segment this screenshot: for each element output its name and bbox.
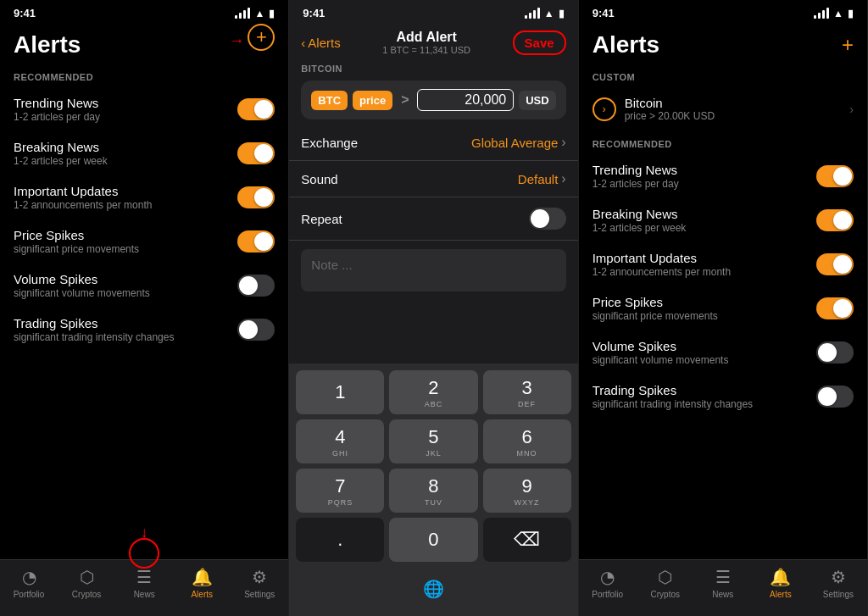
cond-value[interactable]: 20,000 xyxy=(417,89,514,111)
add-button-right[interactable]: + xyxy=(842,33,854,57)
signal-right xyxy=(814,8,829,19)
key-3[interactable]: 3 DEF xyxy=(483,370,571,414)
key-7[interactable]: 7 PQRS xyxy=(296,469,384,513)
repeat-toggle[interactable] xyxy=(529,208,566,230)
add-arrow-left: → xyxy=(229,32,244,50)
key-1[interactable]: 1 xyxy=(296,370,384,414)
list-item-trading-right: Trading Spikes significant trading inten… xyxy=(579,375,867,419)
alerts-icon-left: 🔔 xyxy=(192,567,213,587)
toggle-trending-right[interactable] xyxy=(816,165,854,187)
keyboard-row-1: 1 2 ABC 3 DEF xyxy=(296,370,570,414)
list-item-important-right: Important Updates 1-2 announcements per … xyxy=(579,242,867,286)
toggle-price-left[interactable] xyxy=(237,230,275,253)
status-icons-mid: ▲ ▮ xyxy=(525,8,565,19)
key-5[interactable]: 5 JKL xyxy=(389,419,477,463)
keyboard-row-2: 4 GHI 5 JKL 6 MNO xyxy=(296,419,570,463)
settings-icon-left: ⚙ xyxy=(252,567,267,587)
toggle-important-right[interactable] xyxy=(816,253,854,275)
tab-settings-right[interactable]: ⚙ Settings xyxy=(810,567,867,599)
key-2[interactable]: 2 ABC xyxy=(389,370,477,414)
cond-field: price xyxy=(353,91,392,110)
list-item-volume-right: Volume Spikes significant volume movemen… xyxy=(579,330,867,375)
key-4[interactable]: 4 GHI xyxy=(296,419,384,463)
sound-chevron-icon: › xyxy=(561,171,565,186)
tab-news-left[interactable]: ☰ News xyxy=(115,567,173,599)
tab-portfolio-left[interactable]: ◔ Portfolio xyxy=(0,567,58,599)
list-item-volume-left: Volume Spikes significant volume movemen… xyxy=(0,264,288,308)
alerts-icon-right: 🔔 xyxy=(770,567,791,587)
key-6[interactable]: 6 MNO xyxy=(483,419,571,463)
status-bar-mid: 9:41 ▲ ▮ xyxy=(289,0,577,23)
keyboard-row-4: . 0 ⌫ xyxy=(296,518,570,562)
cryptos-icon-right: ⬡ xyxy=(658,567,672,587)
repeat-label: Repeat xyxy=(301,212,342,226)
save-button-mid[interactable]: Save xyxy=(513,31,566,55)
exchange-label: Exchange xyxy=(301,136,358,150)
toggle-price-right[interactable] xyxy=(816,297,854,319)
tab-alerts-right[interactable]: 🔔 Alerts xyxy=(752,567,810,599)
toggle-breaking-left[interactable] xyxy=(237,142,275,164)
tab-portfolio-right[interactable]: ◔ Portfolio xyxy=(579,567,637,599)
list-item-important-left: Important Updates 1-2 announcements per … xyxy=(0,175,288,219)
keyboard: 1 2 ABC 3 DEF 4 GHI 5 JKL 6 MNO xyxy=(289,363,577,616)
tab-news-right[interactable]: ☰ News xyxy=(694,567,752,599)
sound-value: Default xyxy=(518,172,559,186)
cond-op: > xyxy=(398,92,412,108)
repeat-row: Repeat xyxy=(289,197,577,241)
nav-bar-mid: ‹ Alerts Add Alert 1 BTC = 11,341 USD Sa… xyxy=(289,23,577,58)
list-item-trending-right: Trending News 1-2 articles per day xyxy=(579,154,867,198)
section-custom-right: CUSTOM xyxy=(579,64,867,87)
signal-mid xyxy=(525,8,540,19)
toggle-volume-left[interactable] xyxy=(237,275,275,297)
tab-settings-left[interactable]: ⚙ Settings xyxy=(231,567,288,599)
back-chevron-mid: ‹ xyxy=(301,36,305,50)
toggle-trading-right[interactable] xyxy=(816,386,854,408)
wifi-right: ▲ xyxy=(833,8,843,19)
toggle-trending-left[interactable] xyxy=(237,98,275,120)
page-title-left: Alerts xyxy=(0,23,288,64)
key-0[interactable]: 0 xyxy=(389,518,477,562)
condition-row: BTC price > 20,000 USD xyxy=(301,80,565,119)
bitcoin-sub: price > 20.00K USD xyxy=(625,110,715,122)
toggle-trading-left[interactable] xyxy=(237,319,275,341)
bell-circle xyxy=(129,538,159,569)
battery-mid: ▮ xyxy=(559,8,565,19)
toggle-important-left[interactable] xyxy=(237,186,275,208)
list-item-trending-left: Trending News 1-2 articles per day xyxy=(0,87,288,131)
custom-bitcoin-item[interactable]: › Bitcoin price > 20.00K USD › xyxy=(579,87,867,130)
toggle-volume-right[interactable] xyxy=(816,341,854,363)
list-item-price-left: Price Spikes significant price movements xyxy=(0,219,288,264)
cond-token: BTC xyxy=(311,91,348,110)
back-button-mid[interactable]: ‹ Alerts xyxy=(301,36,340,50)
panel-right: 9:41 ▲ ▮ Alerts + CUSTOM › Bitcoin price… xyxy=(579,0,868,616)
tab-alerts-left[interactable]: 🔔 Alerts xyxy=(173,567,231,599)
note-field[interactable]: Note ... xyxy=(301,249,565,291)
wifi-mid: ▲ xyxy=(544,8,554,19)
keyboard-row-3: 7 PQRS 8 TUV 9 WXYZ xyxy=(296,469,570,513)
tab-cryptos-right[interactable]: ⬡ Cryptos xyxy=(637,567,694,599)
status-icons-right: ▲ ▮ xyxy=(814,8,854,19)
exchange-row[interactable]: Exchange Global Average › xyxy=(289,125,577,161)
cond-currency: USD xyxy=(519,91,555,110)
section-recommended-left: RECOMMENDED xyxy=(0,64,288,87)
status-icons-left: ▲ ▮ xyxy=(235,8,275,19)
toggle-breaking-right[interactable] xyxy=(816,209,854,231)
status-bar-right: 9:41 ▲ ▮ xyxy=(579,0,867,23)
tab-cryptos-left[interactable]: ⬡ Cryptos xyxy=(58,567,115,599)
nav-subtitle-mid: 1 BTC = 11,341 USD xyxy=(382,45,470,55)
page-title-right: Alerts xyxy=(593,31,659,58)
back-label-mid: Alerts xyxy=(308,36,340,50)
key-dot[interactable]: . xyxy=(296,518,384,562)
bitcoin-title: Bitcoin xyxy=(625,96,715,110)
key-9[interactable]: 9 WXYZ xyxy=(483,469,571,513)
time-right: 9:41 xyxy=(593,7,615,19)
exchange-value: Global Average xyxy=(471,136,558,150)
sound-row[interactable]: Sound Default › xyxy=(289,161,577,197)
crypto-section-label: BITCOIN xyxy=(289,58,577,75)
news-icon-left: ☰ xyxy=(136,567,152,587)
key-8[interactable]: 8 TUV xyxy=(389,469,477,513)
key-delete[interactable]: ⌫ xyxy=(483,518,571,562)
battery-right: ▮ xyxy=(848,8,854,19)
globe-icon[interactable]: 🌐 xyxy=(415,570,452,608)
bitcoin-alert-icon: › xyxy=(593,97,616,121)
